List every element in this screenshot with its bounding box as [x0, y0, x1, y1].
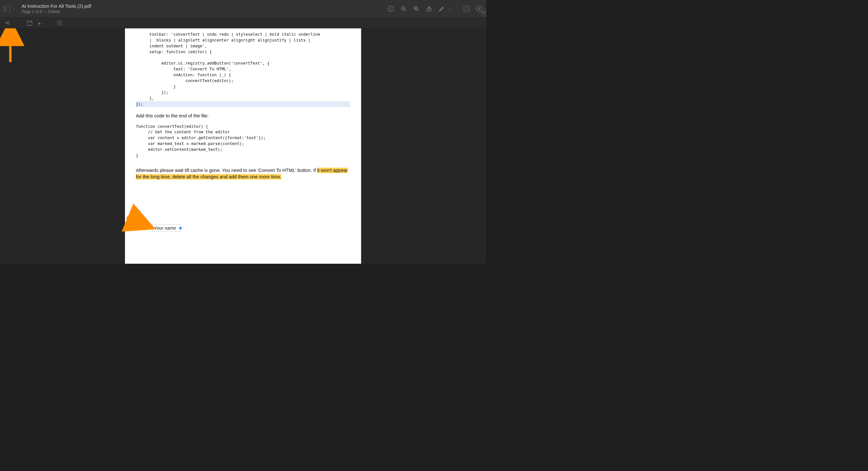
toolbar-separator [457, 5, 457, 12]
svg-line-4 [417, 9, 419, 11]
text-style-button[interactable]: A [56, 20, 63, 26]
resize-handle-left[interactable] [151, 227, 153, 229]
rotate-icon [464, 5, 470, 12]
overflow-menu-button[interactable]: ⋯ [481, 8, 486, 17]
document-title: AI Instruction For All Tools (2).pdf [22, 3, 91, 9]
text-style-icon: A [57, 21, 62, 25]
svg-line-1 [404, 9, 406, 11]
code-block-1: toolbar: 'convertText | undo redo | styl… [136, 31, 350, 101]
sidebar-menu-chevron-icon[interactable]: ⌄ [12, 6, 15, 10]
zoom-out-button[interactable] [400, 5, 407, 12]
sidebar-toggle-button[interactable] [4, 6, 10, 11]
rotate-button[interactable] [463, 5, 470, 12]
title-block: AI Instruction For All Tools (2).pdf Pag… [22, 3, 91, 14]
annotation-arrow-toolbar [4, 30, 19, 66]
markup-toolbar: A] ℊ⌄ A [0, 18, 486, 29]
redact-tool-button[interactable] [27, 20, 33, 26]
share-icon [426, 6, 432, 12]
document-subtitle: Page 2 of 6 — Edited [22, 9, 91, 14]
text-tool-icon: A] [5, 21, 9, 25]
text-annotation-box[interactable]: Your name [152, 224, 180, 231]
code-block-2: function convertText(editor) { // Get th… [136, 124, 350, 158]
zoom-out-icon [401, 5, 407, 12]
markup-separator [50, 20, 51, 26]
signature-tool-button[interactable]: ℊ⌄ [38, 20, 44, 26]
paragraph-afterwards: Afterwards please wait till cache is gon… [136, 167, 350, 180]
pencil-icon [438, 5, 445, 12]
selection-tool-button[interactable] [15, 20, 22, 26]
paragraph-add-code: Add this code to the end of the file: [136, 113, 350, 119]
titlebar-left: ⌄ AI Instruction For All Tools (2).pdf P… [4, 3, 91, 14]
code-block-1-tail: }); [136, 101, 350, 107]
markup-toggle-button[interactable] [438, 5, 445, 12]
titlebar-right: i ⌄ A [388, 5, 482, 12]
svg-line-9 [127, 217, 149, 226]
resize-handle-right[interactable] [179, 227, 182, 229]
zoom-in-icon [413, 5, 420, 12]
redact-icon [27, 20, 32, 25]
share-button[interactable] [426, 5, 432, 12]
signature-icon: ℊ⌄ [38, 21, 43, 25]
document-stage[interactable]: toolbar: 'convertText | undo redo | styl… [0, 28, 486, 264]
zoom-in-button[interactable] [413, 5, 420, 12]
app-window: ⌄ AI Instruction For All Tools (2).pdf P… [0, 0, 486, 264]
text-tool-button[interactable]: A] [4, 20, 10, 26]
info-button[interactable]: i [388, 5, 394, 12]
annotation-text[interactable]: Your name [154, 225, 176, 231]
info-icon: i [388, 6, 394, 12]
titlebar: ⌄ AI Instruction For All Tools (2).pdf P… [0, 0, 486, 18]
pdf-page: toolbar: 'convertText | undo redo | styl… [125, 28, 361, 264]
annotation-arrow-textbox [123, 214, 156, 237]
selection-icon [16, 20, 21, 25]
markup-menu-chevron-icon[interactable]: ⌄ [448, 6, 451, 10]
